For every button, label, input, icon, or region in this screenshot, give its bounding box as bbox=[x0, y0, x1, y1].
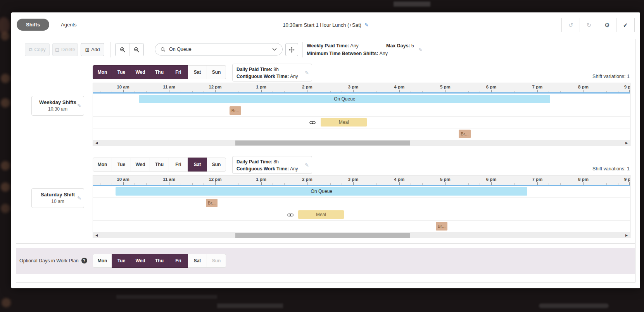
settings-button[interactable]: ⚙ bbox=[598, 18, 616, 32]
axis-tick bbox=[204, 91, 204, 92]
axis-hour-label: 7 pm bbox=[532, 177, 542, 182]
scroll-right-arrow[interactable]: ▶ bbox=[624, 232, 629, 238]
axis-tick bbox=[112, 183, 112, 185]
edit-daily-paid-icon[interactable]: ✎ bbox=[305, 162, 309, 169]
optional-days-label-wrap: Optional Days in Work Plan ? bbox=[19, 258, 87, 263]
day-toggle-sat[interactable]: Sat bbox=[188, 254, 207, 268]
activity-bar-break[interactable]: Br... bbox=[206, 199, 218, 207]
axis-tick bbox=[158, 183, 158, 185]
backdrop-fragment bbox=[539, 303, 609, 308]
edit-constraints-icon[interactable]: ✎ bbox=[418, 47, 423, 53]
move-icon bbox=[289, 47, 295, 53]
link-icon bbox=[309, 121, 316, 125]
day-toggle-mon[interactable]: Mon bbox=[93, 65, 112, 79]
shift-variations: Shift variations: 1 bbox=[592, 74, 630, 79]
activity-filter-dropdown[interactable]: On Queue bbox=[155, 43, 283, 55]
day-toggle-thu[interactable]: Thu bbox=[150, 158, 169, 172]
axis-tick bbox=[319, 91, 319, 92]
backdrop-fragment bbox=[394, 2, 430, 7]
axis-tick bbox=[192, 183, 193, 185]
axis-tick bbox=[606, 183, 607, 185]
day-toggle-tue[interactable]: Tue bbox=[112, 158, 131, 172]
axis-tick bbox=[169, 182, 169, 185]
shift-variations-value: 1 bbox=[627, 74, 630, 79]
day-toggle-mon[interactable]: Mon bbox=[93, 158, 112, 172]
day-toggle-tue[interactable]: Tue bbox=[112, 65, 131, 79]
axis-hour-label: 8 pm bbox=[578, 177, 589, 182]
axis-tick bbox=[100, 91, 100, 92]
activity-tracks: On QueueBr...MealBr... bbox=[93, 94, 630, 140]
contiguous-work-time-value: Any bbox=[290, 74, 298, 79]
help-icon[interactable]: ? bbox=[81, 258, 87, 263]
activity-bar-break[interactable]: Br... bbox=[230, 106, 241, 115]
day-toggle-wed[interactable]: Wed bbox=[131, 254, 150, 268]
axis-hour-label: 1 pm bbox=[256, 177, 266, 182]
link-icon bbox=[287, 213, 294, 217]
axis-tick bbox=[192, 91, 193, 92]
day-toggle-tue[interactable]: Tue bbox=[112, 254, 131, 268]
activity-bar-on-queue[interactable]: On Queue bbox=[139, 95, 550, 103]
day-toggle-sat[interactable]: Sat bbox=[188, 158, 207, 172]
optional-day-toggle-group: MonTueWedThuFriSatSun bbox=[93, 254, 226, 268]
axis-hour-label: 6 pm bbox=[486, 177, 497, 182]
axis-tick bbox=[491, 90, 492, 92]
day-toggle-wed[interactable]: Wed bbox=[131, 158, 150, 172]
day-toggle-sun[interactable]: Sun bbox=[207, 158, 226, 172]
redo-button[interactable]: ↻ bbox=[580, 18, 598, 32]
scroll-left-arrow[interactable]: ◀ bbox=[94, 232, 99, 238]
shift-name-card[interactable]: Saturday Shift 10 am ✎ bbox=[31, 188, 84, 208]
edit-shift-name-icon[interactable]: ✎ bbox=[77, 103, 81, 109]
axis-tick bbox=[135, 91, 135, 92]
shift-variations-label: Shift variations: bbox=[592, 166, 625, 172]
axis-tick bbox=[330, 183, 331, 185]
shift-variations: Shift variations: 1 bbox=[592, 166, 630, 172]
axis-tick bbox=[584, 90, 584, 92]
move-button[interactable] bbox=[285, 43, 298, 56]
activity-bar-on-queue[interactable]: On Queue bbox=[116, 187, 527, 196]
zoom-out-button[interactable] bbox=[129, 43, 143, 56]
day-toggle-sat[interactable]: Sat bbox=[188, 65, 207, 79]
scroll-right-arrow[interactable]: ▶ bbox=[624, 140, 629, 146]
delete-button[interactable]: ⊟Delete bbox=[52, 43, 78, 56]
add-button[interactable]: ⊞Add bbox=[81, 43, 104, 56]
edit-shift-name-icon[interactable]: ✎ bbox=[77, 195, 81, 201]
activity-bar-break[interactable]: Br... bbox=[436, 222, 447, 231]
axis-tick bbox=[526, 183, 526, 185]
day-toggle-fri[interactable]: Fri bbox=[169, 65, 188, 79]
activity-bar-meal[interactable]: Meal bbox=[298, 210, 344, 219]
day-toggle-thu[interactable]: Thu bbox=[150, 254, 169, 268]
edit-plan-title-icon[interactable]: ✎ bbox=[364, 22, 369, 28]
axis-hour-label: 10 am bbox=[117, 85, 129, 89]
axis-hour-label: 6 pm bbox=[486, 85, 497, 89]
zoom-in-button[interactable] bbox=[116, 43, 129, 56]
day-toggle-mon[interactable]: Mon bbox=[93, 254, 112, 268]
activity-bar-break[interactable]: Br... bbox=[459, 130, 470, 138]
day-toggle-fri[interactable]: Fri bbox=[169, 158, 188, 172]
day-toggle-wed[interactable]: Wed bbox=[131, 65, 150, 79]
copy-button[interactable]: ⧉Copy bbox=[25, 43, 50, 56]
axis-tick bbox=[307, 182, 307, 185]
axis-hour-label: 5 pm bbox=[440, 177, 451, 182]
undo-button[interactable]: ↺ bbox=[561, 18, 580, 32]
axis-tick bbox=[514, 91, 515, 92]
shift-name-card[interactable]: Weekday Shifts 10:30 am ✎ bbox=[31, 96, 84, 116]
axis-tick bbox=[526, 91, 526, 92]
axis-tick bbox=[135, 183, 135, 185]
axis-tick bbox=[606, 91, 607, 92]
day-toggle-sun[interactable]: Sun bbox=[207, 65, 226, 79]
activity-filter-value: On Queue bbox=[169, 47, 192, 52]
scrollbar-thumb[interactable] bbox=[235, 140, 410, 146]
confirm-button[interactable]: ✓ bbox=[616, 18, 635, 32]
activity-bar-meal[interactable]: Meal bbox=[321, 118, 367, 127]
axis-tick bbox=[445, 90, 445, 92]
edit-daily-paid-icon[interactable]: ✎ bbox=[305, 69, 309, 76]
axis-tick bbox=[273, 183, 273, 185]
day-toggle-fri[interactable]: Fri bbox=[169, 254, 188, 268]
axis-tick bbox=[158, 91, 158, 92]
scroll-left-arrow[interactable]: ◀ bbox=[94, 140, 99, 146]
axis-tick bbox=[146, 183, 147, 185]
axis-hour-label: 9 pm bbox=[624, 177, 630, 182]
scrollbar-thumb[interactable] bbox=[235, 233, 410, 238]
axis-tick bbox=[411, 91, 411, 92]
day-toggle-thu[interactable]: Thu bbox=[150, 65, 169, 79]
